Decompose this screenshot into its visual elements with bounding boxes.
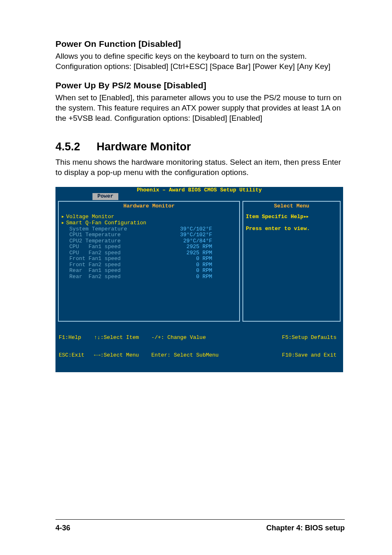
bios-info-item: Rear Fan2 speed 0 RPM bbox=[61, 274, 237, 280]
section-heading-power-on: Power On Function [Disabled] bbox=[55, 39, 345, 49]
bios-item-value: 29°C/84°F bbox=[180, 238, 237, 244]
bios-info-item: System Temperature39°C/102°F bbox=[61, 226, 237, 233]
bios-item-value: 39°C/102°F bbox=[180, 226, 237, 233]
caret-right-icon bbox=[61, 250, 66, 256]
caret-right-icon bbox=[61, 274, 66, 280]
bios-info-item: CPU2 Temperature 29°C/84°F bbox=[61, 238, 237, 244]
bios-item-value: 2925 RPM bbox=[187, 250, 237, 256]
bios-item-label: Rear Fan1 speed bbox=[66, 268, 121, 274]
help-title: Item Specific Help▸▸ bbox=[246, 214, 337, 220]
bios-footer: F1:Help ↑↓:Select Item ESC:Exit ←→:Selec… bbox=[55, 322, 343, 372]
bios-item-label: Front Fan2 speed bbox=[66, 262, 121, 268]
bios-item-label: CPU Fan2 speed bbox=[66, 250, 121, 256]
bios-item-value: 0 RPM bbox=[187, 256, 237, 262]
bios-item-label: CPU Fan1 speed bbox=[66, 244, 121, 250]
bios-info-item: Front Fan2 speed 0 RPM bbox=[61, 262, 237, 268]
bios-item-value: 0 RPM bbox=[187, 274, 237, 280]
chapter-title: Chapter 4: BIOS setup bbox=[266, 524, 345, 532]
bios-item-label: System Temperature bbox=[66, 226, 127, 233]
footer-help-select-item: F1:Help ↑↓:Select Item bbox=[59, 335, 151, 341]
chevrons-right-icon: ▸▸ bbox=[304, 214, 309, 220]
bios-info-item: Front Fan1 speed 0 RPM bbox=[61, 256, 237, 262]
caret-right-icon bbox=[61, 238, 66, 244]
bios-item-value: 2925 RPM bbox=[187, 244, 237, 250]
section-body-hwmon: This menu shows the hardware monitoring … bbox=[55, 157, 345, 177]
footer-save-exit: F10:Save and Exit bbox=[244, 352, 337, 359]
section-number: 4.5.2 bbox=[55, 140, 97, 153]
bios-tab-bar: Power bbox=[55, 193, 343, 201]
bios-item-value: 39°C/102°F bbox=[180, 232, 237, 238]
bios-active-tab[interactable]: Power bbox=[92, 193, 118, 200]
bios-item-label: Voltage Monitor bbox=[66, 214, 114, 220]
bios-item-value bbox=[212, 220, 237, 226]
footer-setup-defaults: F5:Setup Defaults bbox=[244, 335, 337, 341]
caret-right-icon bbox=[61, 268, 66, 274]
caret-right-icon bbox=[61, 226, 66, 233]
section-heading-power-ps2: Power Up By PS/2 Mouse [Disabled] bbox=[55, 81, 345, 90]
bios-submenu-item[interactable]: ▸Smart Q-Fan Configuration bbox=[61, 220, 237, 226]
section-body-power-on: Allows you to define specific keys on th… bbox=[55, 51, 345, 71]
help-body: Press enter to view. bbox=[246, 226, 337, 232]
bios-item-value bbox=[212, 214, 237, 220]
page-footer: 4-36 Chapter 4: BIOS setup bbox=[55, 519, 345, 532]
footer-exit-select-menu: ESC:Exit ←→:Select Menu bbox=[59, 352, 151, 359]
caret-right-icon bbox=[61, 262, 66, 268]
bios-info-item: CPU Fan2 speed2925 RPM bbox=[61, 250, 237, 256]
bios-item-label: Front Fan1 speed bbox=[66, 256, 121, 262]
bios-item-value: 0 RPM bbox=[187, 262, 237, 268]
bios-item-label: Smart Q-Fan Configuration bbox=[66, 220, 146, 226]
bios-screenshot: Phoenix – Award BIOS CMOS Setup Utility … bbox=[55, 187, 343, 372]
bios-submenu-item[interactable]: ▸Voltage Monitor bbox=[61, 214, 237, 220]
caret-right-icon bbox=[61, 244, 66, 250]
bios-info-item: CPU1 Temperature39°C/102°F bbox=[61, 232, 237, 238]
bios-title: Phoenix – Award BIOS CMOS Setup Utility bbox=[55, 187, 343, 193]
bios-info-item: CPU Fan1 speed2925 RPM bbox=[61, 244, 237, 250]
caret-right-icon bbox=[61, 232, 66, 238]
footer-select-submenu: Enter: Select SubMenu bbox=[151, 352, 244, 359]
caret-right-icon bbox=[61, 256, 66, 262]
section-heading-hwmon: 4.5.2Hardware Monitor bbox=[55, 140, 345, 153]
panel-header-left: Hardware Monitor bbox=[58, 201, 240, 211]
panel-body-right: Item Specific Help▸▸ Press enter to view… bbox=[242, 211, 341, 322]
footer-change-value: -/+: Change Value bbox=[151, 335, 244, 341]
bios-info-item: Rear Fan1 speed 0 RPM bbox=[61, 268, 237, 274]
caret-right-icon: ▸ bbox=[61, 214, 66, 220]
bios-item-label: CPU1 Temperature bbox=[66, 232, 121, 238]
bios-item-label: Rear Fan2 speed bbox=[66, 274, 121, 280]
caret-right-icon: ▸ bbox=[61, 220, 66, 226]
panel-header-right: Select Menu bbox=[242, 201, 341, 211]
section-body-power-ps2: When set to [Enabled], this parameter al… bbox=[55, 93, 345, 123]
panel-body-left: ▸Voltage Monitor▸Smart Q-Fan Configurati… bbox=[58, 211, 240, 322]
section-title: Hardware Monitor bbox=[97, 140, 191, 153]
page-number: 4-36 bbox=[55, 524, 70, 532]
bios-item-value: 0 RPM bbox=[187, 268, 237, 274]
bios-item-label: CPU2 Temperature bbox=[66, 238, 121, 244]
